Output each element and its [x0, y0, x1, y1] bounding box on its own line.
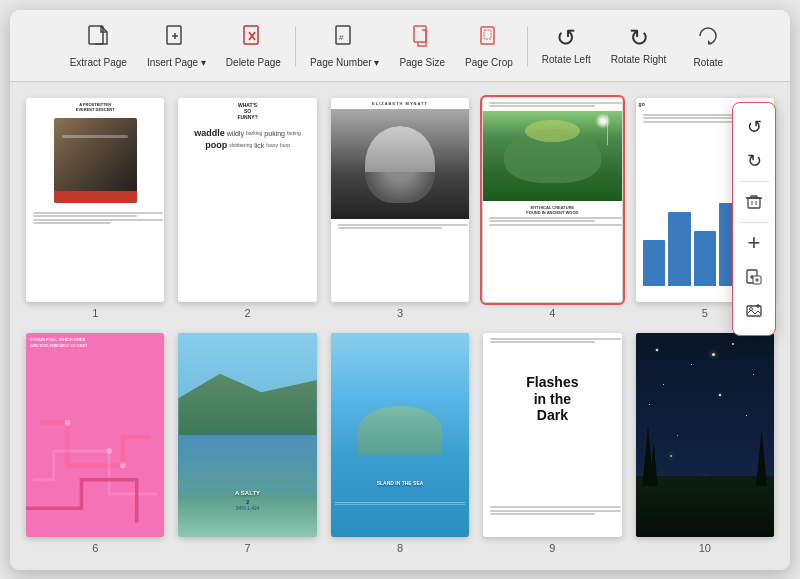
- page-thumb-6: STRAIN POLL: WHICH ONESARE ECO-FRIENDLY …: [26, 333, 164, 537]
- page-item-10[interactable]: 10: [636, 333, 774, 554]
- page-content-1: A FROSTBITTENEVEREST DESCENT: [26, 98, 164, 302]
- page-thumb-10: [636, 333, 774, 537]
- page-num-4: 4: [549, 307, 555, 319]
- svg-rect-15: [748, 198, 760, 208]
- rotate-label: Rotate: [694, 57, 723, 68]
- svg-point-14: [106, 448, 112, 454]
- page-thumb-7: 2 34% 1,424 A SALTY: [178, 333, 316, 537]
- page-num-3: 3: [397, 307, 403, 319]
- extract-page-label: Extract Page: [70, 57, 127, 68]
- page-item-9[interactable]: Flashesin theDark 9: [483, 333, 621, 554]
- page-num-9: 9: [549, 542, 555, 554]
- ctx-rotate-left-button[interactable]: ↺: [736, 111, 772, 143]
- toolbar-page-number[interactable]: # Page Number ▾: [302, 19, 387, 72]
- context-menu: ↺ ↻ +: [732, 102, 776, 336]
- word-cloud: waddle wildly barking puking farting poo…: [178, 124, 316, 154]
- page-thumb-4: MYTHICAL CREATUREFOUND IN ANCIENT WOOD: [483, 98, 621, 302]
- page-content-9: Flashesin theDark: [483, 333, 621, 537]
- page-size-icon: [409, 23, 435, 53]
- page-num-6: 6: [92, 542, 98, 554]
- page-num-8: 8: [397, 542, 403, 554]
- page-crop-icon: [476, 23, 502, 53]
- page-num-2: 2: [245, 307, 251, 319]
- svg-point-12: [65, 420, 71, 426]
- page-size-label: Page Size: [399, 57, 445, 68]
- page-content-7: 2 34% 1,424 A SALTY: [178, 333, 316, 537]
- svg-rect-9: [414, 26, 426, 42]
- page-content-10: [636, 333, 774, 537]
- toolbar-rotate[interactable]: Rotate: [678, 19, 738, 72]
- page-num-10: 10: [699, 542, 711, 554]
- rotate-right-label: Rotate Right: [611, 54, 667, 65]
- rotate-left-icon: ↺: [556, 26, 576, 50]
- page-item-3[interactable]: ELIZABETH MYNATT 3: [331, 98, 469, 319]
- svg-rect-1: [167, 26, 181, 44]
- page-content-8: SLAND IN THE SEA: [331, 333, 469, 537]
- page-item-8[interactable]: SLAND IN THE SEA 8: [331, 333, 469, 554]
- page-thumb-1: A FROSTBITTENEVEREST DESCENT: [26, 98, 164, 302]
- page-thumb-2: WHAT'SSOFUNNY? waddle wildly barking puk…: [178, 98, 316, 302]
- toolbar-rotate-right[interactable]: ↻ Rotate Right: [603, 22, 675, 69]
- ctx-insert-page-button[interactable]: [736, 261, 772, 293]
- toolbar-extract-page[interactable]: Extract Page: [62, 19, 135, 72]
- content-area: A FROSTBITTENEVEREST DESCENT: [10, 82, 790, 570]
- page-thumb-9: Flashesin theDark: [483, 333, 621, 537]
- page-item-6[interactable]: STRAIN POLL: WHICH ONESARE ECO-FRIENDLY …: [26, 333, 164, 554]
- delete-page-label: Delete Page: [226, 57, 281, 68]
- ctx-delete-button[interactable]: [736, 186, 772, 218]
- page-item-4[interactable]: MYTHICAL CREATUREFOUND IN ANCIENT WOOD 4: [483, 98, 621, 319]
- page-content-2: WHAT'SSOFUNNY? waddle wildly barking puk…: [178, 98, 316, 302]
- ctx-add-button[interactable]: +: [736, 227, 772, 259]
- toolbar-insert-page[interactable]: Insert Page ▾: [139, 19, 214, 72]
- page7-text: A SALTY: [178, 490, 316, 496]
- divider-1: [295, 26, 296, 66]
- insert-page-label: Insert Page ▾: [147, 57, 206, 68]
- pages-grid: A FROSTBITTENEVEREST DESCENT: [10, 82, 790, 570]
- page-content-3: ELIZABETH MYNATT: [331, 98, 469, 302]
- insert-page-icon: [163, 23, 189, 53]
- svg-point-13: [120, 463, 126, 469]
- rotate-icon: [695, 23, 721, 53]
- app-window: Extract Page Insert Page ▾: [10, 10, 790, 570]
- toolbar-page-crop[interactable]: Page Crop: [457, 19, 521, 72]
- divider-2: [527, 26, 528, 66]
- svg-rect-28: [747, 306, 761, 316]
- page-item-1[interactable]: A FROSTBITTENEVEREST DESCENT: [26, 98, 164, 319]
- extract-page-icon: [85, 23, 111, 53]
- page-thumb-8: SLAND IN THE SEA: [331, 333, 469, 537]
- ctx-divider-2: [739, 222, 768, 223]
- page-item-7[interactable]: 2 34% 1,424 A SALTY 7: [178, 333, 316, 554]
- page-num-1: 1: [92, 307, 98, 319]
- ctx-divider-1: [739, 181, 768, 182]
- rotate-right-icon: ↻: [629, 26, 649, 50]
- page8-text: SLAND IN THE SEA: [331, 480, 469, 486]
- page-content-4: MYTHICAL CREATUREFOUND IN ANCIENT WOOD: [483, 98, 621, 302]
- page-thumb-3: ELIZABETH MYNATT: [331, 98, 469, 302]
- rotate-left-label: Rotate Left: [542, 54, 591, 65]
- page-crop-label: Page Crop: [465, 57, 513, 68]
- page-number-label: Page Number ▾: [310, 57, 379, 68]
- svg-rect-11: [484, 30, 491, 39]
- toolbar-page-size[interactable]: Page Size: [391, 19, 453, 72]
- ctx-rotate-right-button[interactable]: ↻: [736, 145, 772, 177]
- toolbar-delete-page[interactable]: Delete Page: [218, 19, 289, 72]
- page-num-5: 5: [702, 307, 708, 319]
- page-item-2[interactable]: WHAT'SSOFUNNY? waddle wildly barking puk…: [178, 98, 316, 319]
- page-number-icon: #: [332, 23, 358, 53]
- toolbar: Extract Page Insert Page ▾: [10, 10, 790, 82]
- ctx-insert-image-button[interactable]: [736, 295, 772, 327]
- page-num-7: 7: [245, 542, 251, 554]
- delete-page-icon: [240, 23, 266, 53]
- page-content-6: STRAIN POLL: WHICH ONESARE ECO-FRIENDLY …: [26, 333, 164, 537]
- toolbar-rotate-left[interactable]: ↺ Rotate Left: [534, 22, 599, 69]
- svg-text:#: #: [339, 33, 344, 42]
